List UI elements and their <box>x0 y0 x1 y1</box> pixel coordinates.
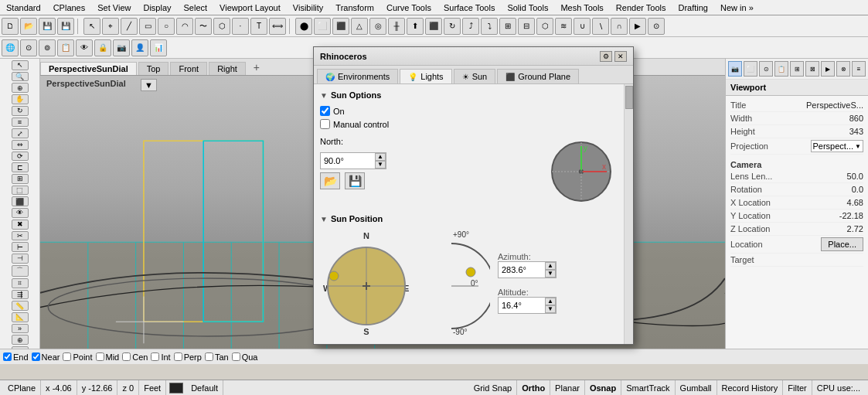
snap-qua-checkbox[interactable] <box>232 352 240 361</box>
left-more[interactable]: » <box>12 324 29 334</box>
dialog-settings-icon[interactable]: ⚙ <box>600 51 612 62</box>
left-move[interactable]: ⤢ <box>12 128 29 138</box>
snap-mid-checkbox[interactable] <box>96 352 104 361</box>
tb-extrude[interactable]: ⬆ <box>407 18 424 35</box>
place-button[interactable]: Place... <box>821 237 863 251</box>
azimuth-up-button[interactable]: ▲ <box>545 262 556 270</box>
tb-sweep2[interactable]: ⤵ <box>481 18 498 35</box>
tb-revolve[interactable]: ↻ <box>444 18 461 35</box>
status-default[interactable]: Default <box>186 380 223 395</box>
left-measure[interactable]: 📏 <box>12 301 29 311</box>
snap-tan-checkbox[interactable] <box>205 352 213 361</box>
tab-lights[interactable]: 💡 Lights <box>400 69 451 83</box>
dialog-close-button[interactable]: ✕ <box>614 51 627 62</box>
tb-cyl[interactable]: ⬛ <box>332 18 349 35</box>
left-chamfer[interactable]: ⌗ <box>12 278 29 288</box>
menu-standard[interactable]: Standard <box>0 2 47 14</box>
left-hide[interactable]: 👁 <box>12 208 29 218</box>
left-pan[interactable]: ✋ <box>12 94 29 104</box>
left-scale[interactable]: ⇔ <box>12 140 29 150</box>
tb-render-opt[interactable]: ⊙ <box>648 18 665 35</box>
rp-opt6[interactable]: ⊗ <box>836 61 850 77</box>
tb-pipe[interactable]: ╫ <box>388 18 405 35</box>
tb-rect[interactable]: ▭ <box>139 18 156 35</box>
tb-open[interactable]: 📂 <box>20 18 37 35</box>
left-ungroup[interactable]: ⬛ <box>12 196 29 206</box>
left-split[interactable]: ⊢ <box>12 242 29 252</box>
tb-sweep1[interactable]: ⤴ <box>462 18 479 35</box>
status-filter[interactable]: Filter <box>783 380 812 395</box>
north-input[interactable] <box>321 155 375 167</box>
status-smarttrack[interactable]: SmartTrack <box>621 380 675 395</box>
tab-environments[interactable]: 🌍 Environments <box>317 69 398 83</box>
left-array[interactable]: ⊞ <box>12 174 29 184</box>
tb-loft[interactable]: ⬛ <box>425 18 442 35</box>
rp-opt7[interactable]: ≡ <box>852 61 866 77</box>
on-checkbox[interactable] <box>320 106 330 116</box>
rp-camera-icon[interactable]: 📷 <box>728 61 742 77</box>
left-analysis[interactable]: 📐 <box>12 312 29 322</box>
tb-circ[interactable]: ○ <box>158 18 175 35</box>
tb-torus[interactable]: ◎ <box>369 18 386 35</box>
sun-options-header[interactable]: ▼ Sun Options <box>320 90 616 100</box>
save-file-button[interactable]: 💾 <box>345 172 365 189</box>
tab-ground-plane[interactable]: ⬛ Ground Plane <box>497 69 579 83</box>
tb-network[interactable]: ⊞ <box>499 18 516 35</box>
azimuth-input[interactable] <box>499 264 545 276</box>
tb-arc[interactable]: ◠ <box>176 18 193 35</box>
snap-point-checkbox[interactable] <box>63 352 71 361</box>
tb-cone[interactable]: △ <box>351 18 368 35</box>
tb2-2[interactable]: ⊙ <box>20 39 37 56</box>
sun-position-header[interactable]: ▼ Sun Position <box>320 214 616 223</box>
snap-cen-checkbox[interactable] <box>122 352 131 361</box>
tb-box[interactable]: ⬜ <box>314 18 331 35</box>
viewport-dropdown[interactable]: ▼ <box>141 79 157 91</box>
tb-sphere[interactable]: ⬤ <box>295 18 312 35</box>
left-zoom[interactable]: ⊕ <box>12 83 29 93</box>
tab-perspective[interactable]: PerspectiveSunDial <box>40 62 137 75</box>
tb-bool-diff[interactable]: ∖ <box>592 18 609 35</box>
left-mirror[interactable]: ⊏ <box>12 162 29 172</box>
tb2-3[interactable]: ⊚ <box>39 39 56 56</box>
rp-opt1[interactable]: ⊙ <box>759 61 773 77</box>
menu-visibility[interactable]: Visibility <box>287 2 330 14</box>
snap-near-checkbox[interactable] <box>32 352 40 361</box>
tab-front[interactable]: Front <box>170 62 207 75</box>
menu-surface-tools[interactable]: Surface Tools <box>437 2 501 14</box>
left-group[interactable]: ⬚ <box>12 186 29 196</box>
left-fillet[interactable]: ⌒ <box>12 265 29 277</box>
tb-drape[interactable]: ⬡ <box>536 18 553 35</box>
status-grid-snap[interactable]: Grid Snap <box>469 380 518 395</box>
manual-checkbox[interactable] <box>320 119 330 129</box>
altitude-down-button[interactable]: ▼ <box>545 305 556 313</box>
menu-viewport-layout[interactable]: Viewport Layout <box>213 2 287 14</box>
menu-transform[interactable]: Transform <box>329 2 380 14</box>
left-join[interactable]: ⊣ <box>12 254 29 264</box>
tb-pt[interactable]: · <box>232 18 249 35</box>
left-rotate2[interactable]: ⟳ <box>12 152 29 162</box>
tb-render[interactable]: ▶ <box>629 18 646 35</box>
rp-opt4[interactable]: ⊠ <box>805 61 819 77</box>
tb-poly[interactable]: ⬡ <box>213 18 230 35</box>
prop-projection-dropdown[interactable]: Perspect... ▼ <box>811 140 864 152</box>
rp-opt2[interactable]: 📋 <box>774 61 788 77</box>
status-record-history[interactable]: Record History <box>717 380 784 395</box>
left-delete[interactable]: ✖ <box>12 220 29 230</box>
tb-save[interactable]: 💾 <box>39 18 56 35</box>
material-swatch[interactable] <box>169 383 183 393</box>
menu-cplanes[interactable]: CPlanes <box>47 2 92 14</box>
spin-up-button[interactable]: ▲ <box>375 153 386 161</box>
tb-curve[interactable]: 〜 <box>195 18 212 35</box>
tb-line[interactable]: ╱ <box>121 18 138 35</box>
rp-view-icon[interactable]: ⬜ <box>744 61 757 77</box>
tb2-8[interactable]: 👤 <box>131 39 148 56</box>
dialog-scrollbar[interactable] <box>624 84 633 344</box>
menu-mesh-tools[interactable]: Mesh Tools <box>554 2 609 14</box>
menu-solid-tools[interactable]: Solid Tools <box>501 2 554 14</box>
azimuth-down-button[interactable]: ▼ <box>545 270 556 278</box>
tab-right[interactable]: Right <box>209 62 246 75</box>
spin-down-button[interactable]: ▼ <box>375 161 386 169</box>
menu-select[interactable]: Select <box>178 2 214 14</box>
status-osnap[interactable]: Osnap <box>585 380 621 395</box>
snap-int-checkbox[interactable] <box>151 352 159 361</box>
